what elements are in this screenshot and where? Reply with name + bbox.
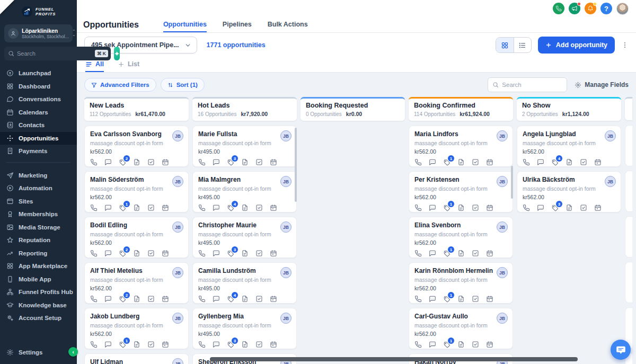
task-icon[interactable] bbox=[255, 341, 263, 348]
manage-fields-button[interactable]: Manage Fields bbox=[575, 81, 629, 88]
phone-icon[interactable] bbox=[414, 341, 422, 348]
opportunity-card[interactable]: Eva Carlsson Svanborg JB massage discoun… bbox=[84, 126, 189, 167]
note-icon[interactable] bbox=[241, 295, 249, 303]
calendar-icon[interactable] bbox=[162, 295, 169, 303]
calendar-icon[interactable] bbox=[486, 250, 493, 257]
add-opportunity-button[interactable]: Add opportunity bbox=[538, 37, 615, 54]
calendar-icon[interactable] bbox=[270, 250, 277, 257]
opportunity-card[interactable]: Per Kristensen JB massage discount opt-i… bbox=[409, 171, 513, 212]
sidebar-item-mobile-app[interactable]: Mobile App bbox=[0, 273, 77, 286]
sidebar-item-automation[interactable]: Automation bbox=[0, 182, 77, 195]
advanced-filters-button[interactable]: Advanced Filters bbox=[84, 78, 156, 92]
message-icon[interactable] bbox=[213, 250, 220, 257]
task-icon[interactable] bbox=[255, 250, 263, 257]
phone-icon[interactable] bbox=[90, 295, 98, 303]
column-header[interactable]: New Leads 112 Opportunities kr61,470.00 bbox=[84, 97, 189, 121]
calendar-icon[interactable] bbox=[486, 341, 493, 348]
opportunity-card[interactable]: Christopher Maurie JB massage discount o… bbox=[192, 217, 297, 258]
tag-icon[interactable]: 1 bbox=[443, 250, 450, 257]
opportunity-card[interactable]: Karin Rönnblom Hermelin JB massage disco… bbox=[409, 262, 513, 304]
list-view-button[interactable] bbox=[514, 38, 531, 52]
note-icon[interactable] bbox=[241, 250, 249, 257]
message-icon[interactable] bbox=[104, 341, 112, 348]
calendar-icon[interactable] bbox=[270, 204, 277, 211]
opportunity-card[interactable]: Angela Ljungblad JB massage discount opt… bbox=[517, 126, 621, 167]
task-icon[interactable] bbox=[580, 204, 587, 211]
message-icon[interactable] bbox=[537, 204, 544, 211]
note-icon[interactable] bbox=[133, 204, 140, 211]
message-icon[interactable] bbox=[429, 250, 436, 257]
support-chat-button[interactable] bbox=[611, 340, 631, 360]
board-search-input[interactable] bbox=[502, 82, 562, 88]
opportunity-card[interactable]: Mia Malmgren JB massage discount opt-in … bbox=[192, 171, 297, 212]
sidebar-search[interactable]: ⌘ K bbox=[4, 47, 111, 60]
phone-icon[interactable] bbox=[414, 295, 422, 303]
phone-icon[interactable] bbox=[414, 158, 422, 166]
tab-bulk-actions[interactable]: Bulk Actions bbox=[268, 17, 308, 32]
ai-assistant-button[interactable]: ✦ bbox=[114, 47, 120, 60]
message-icon[interactable] bbox=[429, 204, 436, 211]
message-icon[interactable] bbox=[104, 158, 112, 166]
note-icon[interactable] bbox=[457, 158, 465, 166]
add-list-tab[interactable]: List bbox=[118, 57, 139, 72]
calendar-icon[interactable] bbox=[270, 295, 277, 303]
task-icon[interactable] bbox=[472, 158, 479, 166]
message-icon[interactable] bbox=[104, 250, 112, 257]
phone-button[interactable] bbox=[553, 3, 564, 14]
opportunity-card[interactable]: Ulf Lidman JB massage discount opt-in fo… bbox=[84, 353, 189, 364]
message-icon[interactable] bbox=[213, 204, 220, 211]
sidebar-item-launchpad[interactable]: Launchpad bbox=[0, 67, 77, 80]
owner-avatar[interactable]: JB bbox=[280, 313, 292, 324]
opportunity-card[interactable]: Alf Thiel Metelius JB massage discount o… bbox=[84, 262, 189, 304]
note-icon[interactable] bbox=[457, 295, 465, 303]
owner-avatar[interactable]: JB bbox=[497, 267, 508, 278]
note-icon[interactable] bbox=[566, 204, 573, 211]
board-search[interactable] bbox=[488, 77, 567, 92]
owner-avatar[interactable]: JB bbox=[172, 267, 183, 278]
sidebar-item-reporting[interactable]: Reporting bbox=[0, 247, 77, 260]
opportunity-card[interactable]: Maria Lindfors JB massage discount opt-i… bbox=[409, 126, 513, 167]
calendar-icon[interactable] bbox=[270, 341, 277, 348]
phone-icon[interactable] bbox=[198, 295, 206, 303]
owner-avatar[interactable]: JB bbox=[497, 176, 508, 187]
column-scrollbar[interactable] bbox=[511, 166, 513, 199]
more-options-button[interactable] bbox=[621, 41, 629, 49]
owner-avatar[interactable]: JB bbox=[172, 221, 183, 233]
column-header[interactable]: No Show 2 Opportunities kr1,124.00 bbox=[517, 97, 621, 121]
sidebar-item-opportunities[interactable]: Opportunities bbox=[0, 132, 77, 145]
tag-icon[interactable]: 4 bbox=[551, 158, 559, 166]
help-button[interactable]: ? bbox=[600, 3, 612, 14]
tag-icon[interactable]: 1 bbox=[443, 341, 450, 348]
sidebar-item-contacts[interactable]: Contacts bbox=[0, 119, 77, 132]
owner-avatar[interactable]: JB bbox=[497, 130, 508, 141]
phone-icon[interactable] bbox=[198, 204, 206, 211]
phone-icon[interactable] bbox=[414, 204, 422, 211]
note-icon[interactable] bbox=[133, 295, 140, 303]
note-icon[interactable] bbox=[133, 341, 140, 348]
task-icon[interactable] bbox=[580, 158, 587, 166]
note-icon[interactable] bbox=[457, 341, 465, 348]
owner-avatar[interactable]: JB bbox=[280, 267, 292, 278]
phone-icon[interactable] bbox=[90, 158, 98, 166]
column-header[interactable]: Hot Leads 16 Opportunities kr7,920.00 bbox=[192, 97, 297, 121]
message-icon[interactable] bbox=[213, 295, 220, 303]
sidebar-item-media-storage[interactable]: Media Storage bbox=[0, 221, 77, 234]
sidebar-item-dashboard[interactable]: Dashboard bbox=[0, 80, 77, 93]
opportunity-card[interactable]: Jakob Lundberg JB massage discount opt-i… bbox=[84, 308, 189, 349]
owner-avatar[interactable]: JB bbox=[605, 176, 616, 187]
sidebar-item-settings[interactable]: Settings bbox=[0, 346, 77, 359]
owner-avatar[interactable]: JB bbox=[172, 130, 183, 141]
note-icon[interactable] bbox=[133, 250, 140, 257]
opportunity-card[interactable]: Ulrika Bäckström JB massage discount opt… bbox=[517, 171, 621, 212]
message-icon[interactable] bbox=[104, 204, 112, 211]
column-header[interactable]: Booking Confirmed 114 Opportunities kr61… bbox=[409, 97, 513, 121]
task-icon[interactable] bbox=[255, 158, 263, 166]
note-icon[interactable] bbox=[241, 341, 249, 348]
owner-avatar[interactable]: JB bbox=[172, 176, 183, 187]
tag-icon[interactable]: 1 bbox=[443, 158, 450, 166]
phone-icon[interactable] bbox=[90, 341, 98, 348]
column-scrollbar[interactable] bbox=[295, 128, 297, 202]
owner-avatar[interactable]: JB bbox=[280, 130, 292, 141]
sort-button[interactable]: Sort (1) bbox=[161, 78, 205, 92]
opportunity-card[interactable]: Camilla Lundström JB massage discount op… bbox=[192, 262, 297, 304]
